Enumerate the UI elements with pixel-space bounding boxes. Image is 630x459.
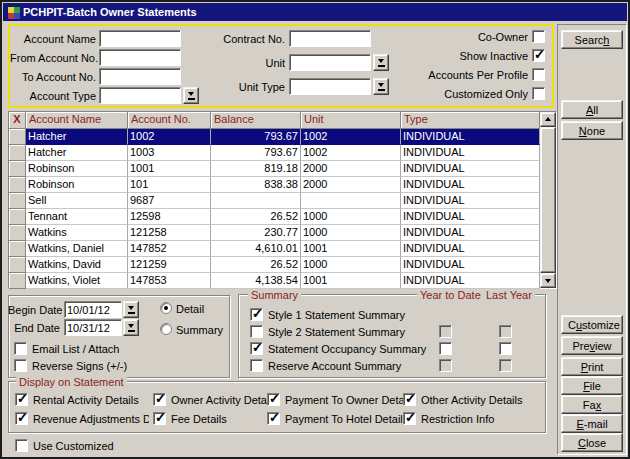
cell-unit: 1000 [301, 225, 401, 241]
file-button[interactable]: File [561, 376, 623, 395]
end-date-input[interactable] [64, 319, 122, 336]
cell-account-no: 147852 [128, 241, 211, 257]
cell-account-no: 1003 [128, 145, 211, 161]
detail-radio[interactable] [160, 302, 172, 314]
row-selector[interactable] [9, 193, 26, 209]
end-date-dropdown-button[interactable] [123, 319, 139, 336]
scrollbar-thumb[interactable] [540, 127, 556, 273]
occupancy-summary-checkbox[interactable] [250, 342, 263, 355]
payment-owner-checkbox[interactable] [267, 393, 280, 406]
begin-date-label: Begin Date [8, 304, 60, 317]
reserve-ytd-checkbox[interactable] [439, 359, 452, 372]
occupancy-ytd-checkbox[interactable] [439, 342, 452, 355]
preview-button[interactable]: Preview [561, 336, 623, 355]
print-button[interactable]: Print [561, 357, 623, 376]
table-row[interactable]: Watkins, Violet 147853 4,138.54 1001 IND… [9, 273, 556, 289]
restriction-info-checkbox[interactable] [403, 412, 416, 425]
last-year-label: Last Year [483, 289, 535, 301]
scroll-up-button[interactable] [540, 112, 556, 127]
table-row[interactable]: Watkins, Daniel 147852 4,610.01 1001 IND… [9, 241, 556, 257]
to-account-no-label: To Account No. [10, 71, 96, 84]
cell-balance: 4,610.01 [211, 241, 301, 257]
row-selector[interactable] [9, 145, 26, 161]
cell-account-name: Watkins, David [26, 257, 128, 273]
from-account-no-input[interactable] [99, 49, 181, 66]
reserve-lastyear-checkbox[interactable] [499, 359, 512, 372]
unit-dropdown-button[interactable] [373, 54, 389, 71]
customize-button[interactable]: Customize [561, 315, 623, 334]
none-button[interactable]: None [561, 121, 623, 140]
col-header-account-name[interactable]: Account Name [26, 112, 128, 129]
account-type-input[interactable] [99, 87, 181, 104]
other-activity-label: Other Activity Details [421, 394, 522, 407]
fax-button[interactable]: Fax [561, 395, 623, 414]
co-owner-checkbox[interactable] [532, 30, 545, 43]
close-button[interactable]: Close [561, 433, 623, 452]
email-list-label: Email List / Attach [32, 343, 119, 356]
col-header-x[interactable]: X [9, 112, 26, 129]
owner-activity-label: Owner Activity Details [171, 394, 277, 407]
table-row[interactable]: Watkins, David 121259 26.52 1000 INDIVID… [9, 257, 556, 273]
style1-summary-checkbox[interactable] [250, 308, 263, 321]
email-button[interactable]: E-mail [561, 414, 623, 433]
payment-hotel-checkbox[interactable] [267, 412, 280, 425]
unit-input[interactable] [289, 54, 371, 71]
account-name-input[interactable] [99, 30, 181, 47]
cell-type: INDIVIDUAL [401, 241, 540, 257]
accounts-per-profile-checkbox[interactable] [532, 68, 545, 81]
unit-type-input[interactable] [289, 78, 371, 95]
table-row[interactable]: Tennant 12598 26.52 1000 INDIVIDUAL [9, 209, 556, 225]
contract-no-input[interactable] [289, 30, 371, 47]
reverse-signs-checkbox[interactable] [14, 359, 27, 372]
owner-activity-checkbox[interactable] [153, 393, 166, 406]
use-customized-checkbox[interactable] [15, 439, 28, 452]
cell-account-no: 1001 [128, 161, 211, 177]
row-selector[interactable] [9, 241, 26, 257]
cell-unit: 2000 [301, 161, 401, 177]
occupancy-lastyear-checkbox[interactable] [499, 342, 512, 355]
row-selector[interactable] [9, 273, 26, 289]
col-header-type[interactable]: Type [401, 112, 540, 129]
rental-activity-checkbox[interactable] [15, 393, 28, 406]
table-row[interactable]: Hatcher 1003 793.67 1002 INDIVIDUAL [9, 145, 556, 161]
summary-radio[interactable] [160, 323, 172, 335]
reserve-summary-checkbox[interactable] [250, 359, 263, 372]
email-list-checkbox[interactable] [14, 342, 27, 355]
style2-ytd-checkbox[interactable] [439, 325, 452, 338]
unit-type-dropdown-button[interactable] [373, 78, 389, 95]
account-name-label: Account Name [10, 33, 96, 46]
table-row[interactable]: Robinson 1001 819.18 2000 INDIVIDUAL [9, 161, 556, 177]
customized-only-checkbox[interactable] [532, 87, 545, 100]
show-inactive-checkbox[interactable] [532, 49, 545, 62]
begin-date-input[interactable] [64, 301, 122, 318]
fee-details-checkbox[interactable] [153, 412, 166, 425]
style2-summary-checkbox[interactable] [250, 325, 263, 338]
table-row[interactable]: Robinson 101 838.38 2000 INDIVIDUAL [9, 177, 556, 193]
table-row[interactable]: Sell 9687 INDIVIDUAL [9, 193, 556, 209]
row-selector[interactable] [9, 129, 26, 145]
search-button[interactable]: Search [561, 30, 623, 49]
row-selector[interactable] [9, 209, 26, 225]
account-type-dropdown-button[interactable] [183, 87, 199, 104]
revenue-adjustments-checkbox[interactable] [15, 412, 28, 425]
row-selector[interactable] [9, 225, 26, 241]
cell-unit: 1002 [301, 129, 401, 145]
col-header-unit[interactable]: Unit [301, 112, 401, 129]
begin-date-dropdown-button[interactable] [123, 301, 139, 318]
scroll-down-button[interactable] [540, 273, 556, 288]
style2-lastyear-checkbox[interactable] [499, 325, 512, 338]
cell-unit: 1001 [301, 241, 401, 257]
row-selector[interactable] [9, 161, 26, 177]
table-scrollbar[interactable] [540, 112, 556, 288]
col-header-balance[interactable]: Balance [211, 112, 301, 129]
cell-account-no: 121259 [128, 257, 211, 273]
all-button[interactable]: All [561, 100, 623, 119]
row-selector[interactable] [9, 177, 26, 193]
to-account-no-input[interactable] [99, 68, 181, 85]
table-header-row: X Account Name Account No. Balance Unit … [9, 112, 556, 129]
col-header-account-no[interactable]: Account No. [128, 112, 211, 129]
table-row[interactable]: Watkins 121258 230.77 1000 INDIVIDUAL [9, 225, 556, 241]
table-row[interactable]: Hatcher 1002 793.67 1002 INDIVIDUAL [9, 129, 556, 145]
row-selector[interactable] [9, 257, 26, 273]
other-activity-checkbox[interactable] [403, 393, 416, 406]
